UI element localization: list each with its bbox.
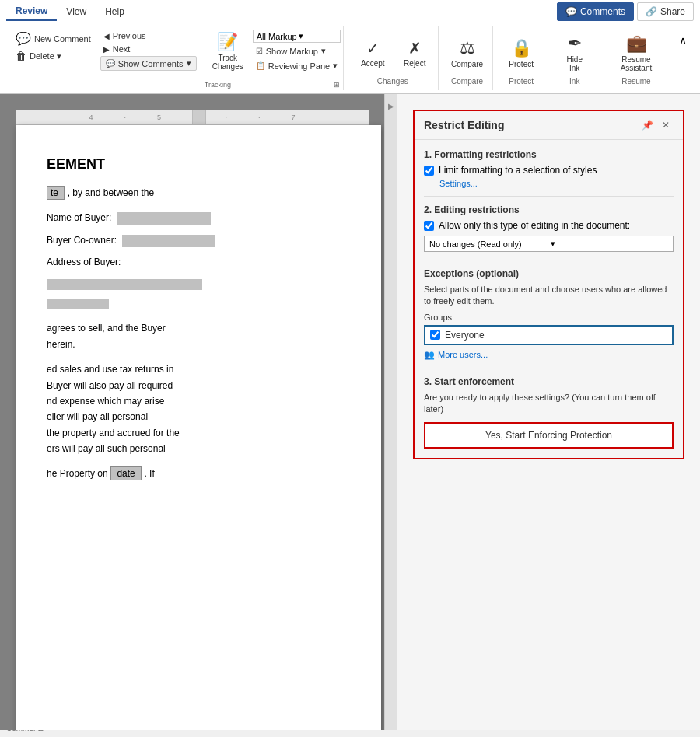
editing-checkbox-label: Allow only this type of editing in the d… <box>439 220 630 231</box>
comments-group: 💬 New Comment 🗑 Delete ▾ ◀ Previous ▶ Ne… <box>6 26 198 90</box>
section-divider-3 <box>424 368 674 368</box>
reject-icon: ✗ <box>408 39 422 58</box>
show-markup-label: Show Markup <box>266 47 318 56</box>
reject-label: Reject <box>404 59 425 68</box>
reviewing-pane-button[interactable]: 📋 Reviewing Pane ▾ <box>253 59 341 72</box>
panel-collapse-handle[interactable]: ▶ <box>384 94 397 730</box>
resume-group-label: Resume <box>604 77 669 86</box>
everyone-row: Everyone <box>424 325 674 345</box>
close-button[interactable]: ✕ <box>658 117 674 133</box>
editing-type-dropdown[interactable]: No changes (Read only) ▾ <box>424 236 674 252</box>
doc-para-4: he Property on date . If <box>47 466 350 481</box>
accept-button[interactable]: ✓ Accept <box>353 30 392 76</box>
coowner-field <box>122 235 215 247</box>
restrict-panel-header: Restrict Editing 📌 ✕ <box>415 111 683 140</box>
accept-label: Accept <box>361 59 385 68</box>
tab-help[interactable]: Help <box>96 3 134 20</box>
pin-button[interactable]: 📌 <box>639 117 655 133</box>
enforcement-description: Are you ready to apply these settings? (… <box>424 392 674 416</box>
new-comment-button[interactable]: 💬 New Comment <box>12 30 94 47</box>
main-area: 4 · 5 · · · 7 EEMENT te , by and between… <box>0 94 700 730</box>
document-page: EEMENT te , by and between the Name of B… <box>16 125 381 730</box>
resume-assistant-button[interactable]: 💼 ResumeAssistant <box>609 30 663 76</box>
new-comment-icon: 💬 <box>16 31 31 46</box>
name-field <box>117 212 211 225</box>
protect-icon: 🔒 <box>511 38 532 58</box>
ribbon-right-buttons: 💬 Comments 🔗 Share <box>557 2 694 21</box>
reviewing-pane-chevron: ▾ <box>333 61 338 71</box>
enforcement-section: 3. Start enforcement Are you ready to ap… <box>424 376 674 449</box>
formatting-checkbox[interactable] <box>424 166 434 176</box>
doc-para-fields: Name of Buyer: Buyer Co-owner: Address o… <box>47 210 350 311</box>
editing-title: 2. Editing restrictions <box>424 204 674 215</box>
ink-group: ✒ HideInk Ink <box>549 26 600 90</box>
all-markup-chevron: ▾ <box>299 31 303 41</box>
previous-icon: ◀ <box>103 32 110 40</box>
section-divider-2 <box>424 260 674 260</box>
compare-group-label: Compare <box>442 77 492 86</box>
ribbon-tab-bar: Review View Help 💬 Comments 🔗 Share <box>0 0 700 23</box>
formatting-title: 1. Formatting restrictions <box>424 149 674 160</box>
reject-button[interactable]: ✗ Reject <box>395 30 434 76</box>
previous-label: Previous <box>113 31 146 40</box>
resume-group: 💼 ResumeAssistant Resume <box>604 26 669 90</box>
editing-checkbox[interactable] <box>424 221 434 231</box>
protect-label: Protect <box>509 60 534 68</box>
comments-button[interactable]: 💬 Comments <box>557 2 634 21</box>
protect-group: 🔒 Protect Protect <box>496 26 547 90</box>
section-divider-1 <box>424 196 674 197</box>
next-icon: ▶ <box>103 45 110 54</box>
hide-ink-button[interactable]: ✒ HideInk <box>555 30 594 76</box>
show-markup-chevron: ▾ <box>321 46 326 56</box>
show-comments-button[interactable]: 💬 Show Comments ▾ <box>100 56 197 71</box>
track-changes-button[interactable]: 📝 TrackChanges <box>208 30 248 73</box>
previous-button[interactable]: ◀ Previous <box>100 30 197 42</box>
new-comment-label: New Comment <box>34 34 91 44</box>
enforcement-title: 3. Start enforcement <box>424 376 674 387</box>
everyone-checkbox[interactable] <box>430 330 440 340</box>
next-button[interactable]: ▶ Next <box>100 43 197 55</box>
date-field-2: date <box>110 466 142 480</box>
ribbon: Review View Help 💬 Comments 🔗 Share 💬 Ne… <box>0 0 700 94</box>
doc-para-3: ed sales and use tax returns in Buyer wi… <box>47 362 350 456</box>
tracking-group-label: Tracking <box>205 81 231 89</box>
more-users-icon: 👥 <box>424 350 435 360</box>
protect-button[interactable]: 🔒 Protect <box>502 30 541 76</box>
editing-type-value: No changes (Read only) <box>429 239 548 249</box>
show-markup-button[interactable]: ☑ Show Markup ▾ <box>253 44 341 58</box>
address-line-2 <box>47 295 350 311</box>
coowner-field-row: Buyer Co-owner: <box>47 232 350 248</box>
name-field-row: Name of Buyer: <box>47 210 350 225</box>
settings-link[interactable]: Settings... <box>439 179 674 188</box>
ribbon-collapse-area: ∧ <box>672 26 694 90</box>
tab-review[interactable]: Review <box>6 2 57 21</box>
start-enforcing-button[interactable]: Yes, Start Enforcing Protection <box>424 422 674 449</box>
delete-button[interactable]: 🗑 Delete ▾ <box>12 48 94 64</box>
address-field-row: Address of Buyer: <box>47 254 350 270</box>
compare-button[interactable]: ⚖ Compare <box>448 30 487 76</box>
more-users-link[interactable]: 👥 More users... <box>424 350 674 360</box>
delete-label: Delete ▾ <box>30 51 61 61</box>
ruler-marker <box>192 110 206 125</box>
ribbon-content: 💬 New Comment 🗑 Delete ▾ ◀ Previous ▶ Ne… <box>0 23 700 93</box>
document-area: 4 · 5 · · · 7 EEMENT te , by and between… <box>0 94 384 730</box>
exceptions-title: Exceptions (optional) <box>424 268 674 279</box>
reviewing-pane-label: Reviewing Pane <box>268 61 331 71</box>
tab-view[interactable]: View <box>57 3 96 20</box>
share-label: Share <box>660 6 685 17</box>
formatting-checkbox-row: Limit formatting to a selection of style… <box>424 165 674 176</box>
track-changes-icon: 📝 <box>217 32 238 52</box>
share-icon: 🔗 <box>646 6 657 17</box>
show-markup-icon: ☑ <box>256 47 263 55</box>
tracking-expand-icon[interactable]: ⊞ <box>334 81 340 89</box>
all-markup-dropdown[interactable]: All Markup ▾ <box>253 30 341 43</box>
everyone-label: Everyone <box>445 330 667 341</box>
changes-group-label: Changes <box>347 77 438 86</box>
doc-content: EEMENT te , by and between the Name of B… <box>47 156 350 482</box>
hide-ink-label: HideInk <box>566 55 583 72</box>
editing-checkbox-row: Allow only this type of editing in the d… <box>424 220 674 231</box>
compare-group: ⚖ Compare Compare <box>442 26 493 90</box>
share-button[interactable]: 🔗 Share <box>637 2 694 21</box>
ribbon-collapse-button[interactable]: ∧ <box>672 30 694 51</box>
accept-icon: ✓ <box>366 39 380 58</box>
